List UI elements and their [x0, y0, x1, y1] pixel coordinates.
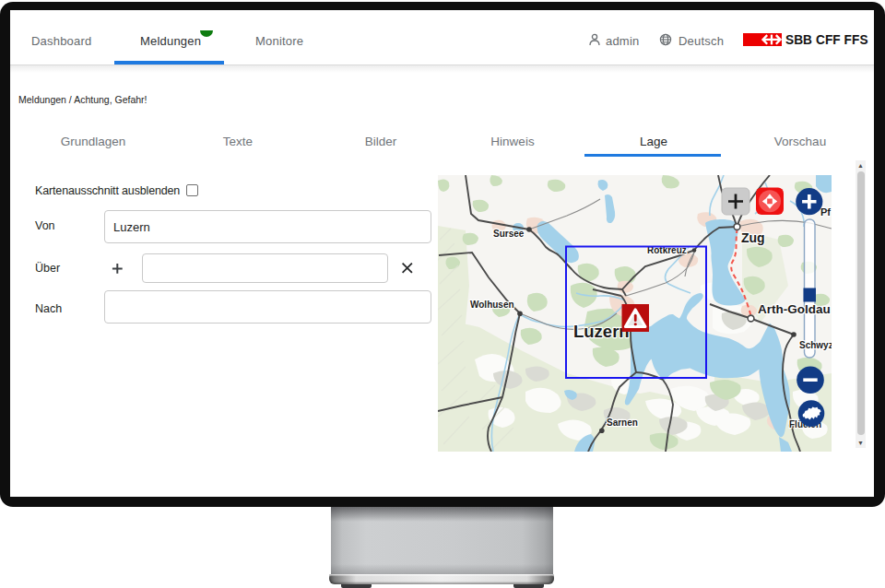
- svg-text:Zug: Zug: [741, 230, 765, 245]
- svg-text:Sursee: Sursee: [493, 229, 525, 239]
- svg-text:Schwyz: Schwyz: [799, 340, 832, 350]
- svg-text:Sarnen: Sarnen: [607, 417, 638, 428]
- svg-text:Arth-Goldau: Arth-Goldau: [758, 302, 831, 316]
- svg-text:Pf: Pf: [820, 206, 831, 218]
- svg-text:Wolhusen: Wolhusen: [470, 300, 514, 310]
- svg-text:Luzern: Luzern: [573, 322, 630, 341]
